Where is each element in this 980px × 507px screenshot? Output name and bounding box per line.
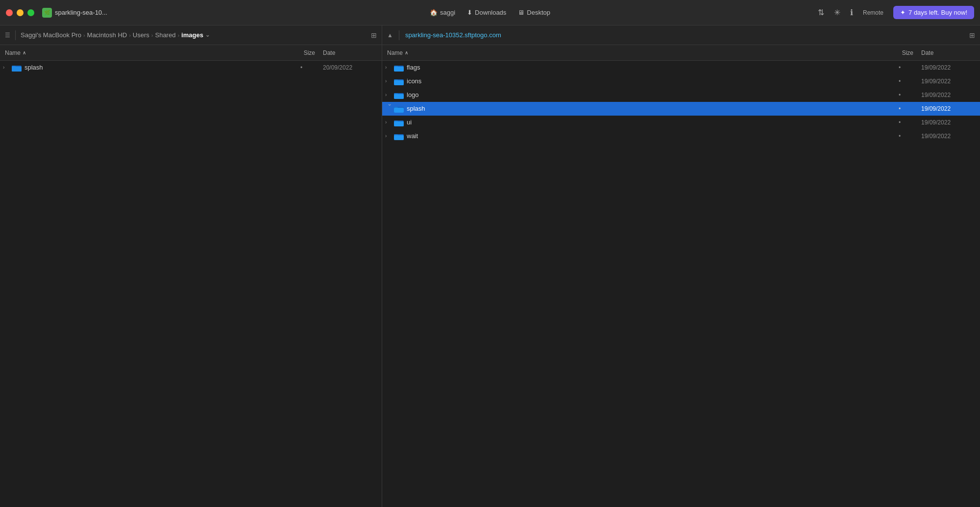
breadcrumb-sep-3: ›	[151, 32, 153, 38]
folder-icon	[12, 64, 22, 72]
expand-icon[interactable]: ›	[385, 92, 394, 97]
file-date: 19/09/2022	[921, 64, 980, 71]
local-file-list[interactable]: › splash • 20/09/2022	[0, 61, 382, 507]
remote-col-name-header[interactable]: Name ∧	[387, 49, 882, 56]
col-name-header[interactable]: Name ∧	[5, 49, 284, 56]
folder-icon	[394, 119, 404, 126]
titlebar: 🌿 sparkling-sea-10... 🏠 saggi ⬇ Download…	[0, 0, 980, 25]
sort-arrow-icon: ∧	[23, 50, 26, 55]
remote-file-list[interactable]: › flags•19/09/2022› icons•19/09/2022› lo…	[382, 61, 980, 507]
nav-saggi[interactable]: 🏠 saggi	[430, 9, 455, 16]
expand-icon[interactable]: ›	[387, 104, 392, 113]
titlebar-nav: 🏠 saggi ⬇ Downloads 🖥 Desktop	[430, 9, 550, 16]
table-row[interactable]: › ui•19/09/2022	[382, 116, 980, 129]
remote-col-size-header[interactable]: Size	[882, 49, 921, 56]
home-icon: 🏠	[430, 9, 438, 16]
minimize-button[interactable]	[17, 9, 24, 16]
breadcrumb-macbook[interactable]: Saggi's MacBook Pro	[21, 31, 81, 39]
remote-divider	[399, 30, 399, 40]
local-pane-header: ☰ Saggi's MacBook Pro › Macintosh HD › U…	[0, 25, 382, 45]
header-divider	[15, 30, 16, 40]
nav-downloads-label: Downloads	[475, 9, 506, 16]
file-name: ui	[407, 119, 882, 126]
expand-icon[interactable]: ›	[385, 120, 394, 125]
svg-rect-18	[394, 121, 404, 126]
svg-rect-6	[394, 67, 404, 72]
file-date: 19/09/2022	[921, 78, 980, 85]
table-row[interactable]: › logo•19/09/2022	[382, 88, 980, 102]
svg-rect-15	[394, 108, 404, 113]
traffic-lights	[6, 9, 34, 16]
remote-pane: ▲ sparkling-sea-10352.sftptogo.com ⊞ Nam…	[382, 25, 980, 507]
maximize-button[interactable]	[27, 9, 34, 16]
file-name: logo	[407, 91, 882, 98]
breadcrumb-shared[interactable]: Shared	[155, 31, 175, 39]
table-row[interactable]: › flags•19/09/2022	[382, 61, 980, 74]
breadcrumb-sep-4: ›	[177, 32, 179, 38]
local-pane: ☰ Saggi's MacBook Pro › Macintosh HD › U…	[0, 25, 382, 507]
desktop-icon: 🖥	[518, 9, 524, 16]
close-button[interactable]	[6, 9, 13, 16]
expand-icon[interactable]: ›	[385, 78, 394, 84]
expand-icon[interactable]: ›	[385, 65, 394, 70]
file-name: icons	[407, 77, 882, 85]
svg-rect-21	[394, 135, 404, 140]
local-col-headers: Name ∧ Size Date	[0, 45, 382, 61]
file-date: 19/09/2022	[921, 119, 980, 126]
file-size: •	[882, 64, 921, 71]
nav-saggi-label: saggi	[440, 9, 455, 16]
buy-button[interactable]: ✦ 7 days left. Buy now!	[893, 6, 974, 19]
svg-rect-12	[394, 94, 404, 99]
remote-pane-header: ▲ sparkling-sea-10352.sftptogo.com ⊞	[382, 25, 980, 45]
remote-host-label: sparkling-sea-10352.sftptogo.com	[405, 31, 501, 39]
table-row[interactable]: › icons•19/09/2022	[382, 74, 980, 88]
pane-toggle-icon[interactable]: ☰	[5, 32, 10, 39]
nav-desktop[interactable]: 🖥 Desktop	[518, 9, 550, 16]
sync-icon[interactable]: ⇅	[818, 8, 824, 17]
chevron-down-icon: ⌄	[205, 32, 210, 38]
svg-rect-3	[12, 67, 22, 72]
breadcrumb-macintosh[interactable]: Macintosh HD	[87, 31, 127, 39]
file-size: •	[882, 119, 921, 126]
breadcrumb-sep-1: ›	[83, 32, 85, 38]
table-row[interactable]: › wait•19/09/2022	[382, 129, 980, 143]
file-date: 20/09/2022	[323, 64, 382, 71]
remote-col-date-header[interactable]: Date	[921, 49, 980, 56]
info-icon[interactable]: ℹ	[850, 8, 853, 17]
file-size: •	[882, 78, 921, 85]
file-name: flags	[407, 64, 882, 71]
file-date: 19/09/2022	[921, 92, 980, 98]
col-date-header[interactable]: Date	[323, 49, 382, 56]
remote-pane-toggle-icon[interactable]: ▲	[387, 32, 393, 39]
app-icon: 🌿	[42, 8, 52, 18]
grid-view-icon[interactable]: ⊞	[371, 31, 377, 39]
star-icon: ✦	[900, 9, 906, 16]
file-date: 19/09/2022	[921, 133, 980, 140]
breadcrumb-sep-2: ›	[129, 32, 131, 38]
table-row[interactable]: › splash•19/09/2022	[382, 102, 980, 116]
settings-icon[interactable]: ✳	[834, 8, 840, 17]
folder-icon	[394, 77, 404, 85]
folder-icon	[394, 132, 404, 140]
file-size: •	[882, 105, 921, 112]
breadcrumb-users[interactable]: Users	[133, 31, 149, 39]
remote-grid-view-icon[interactable]: ⊞	[969, 31, 975, 39]
breadcrumb-current[interactable]: images ⌄	[181, 31, 210, 39]
file-name: splash	[407, 105, 882, 112]
app-title-label: sparkling-sea-10...	[55, 9, 107, 16]
expand-icon[interactable]: ›	[385, 133, 394, 139]
col-size-header[interactable]: Size	[284, 49, 323, 56]
svg-rect-9	[394, 80, 404, 85]
file-size: •	[284, 64, 323, 71]
file-size: •	[882, 133, 921, 140]
expand-icon[interactable]: ›	[3, 65, 12, 70]
remote-sort-arrow-icon: ∧	[405, 50, 408, 55]
nav-downloads[interactable]: ⬇ Downloads	[467, 9, 506, 16]
nav-desktop-label: Desktop	[527, 9, 550, 16]
folder-icon	[394, 64, 404, 72]
file-date: 19/09/2022	[921, 105, 980, 112]
file-name: wait	[407, 132, 882, 140]
folder-icon	[394, 105, 404, 113]
table-row[interactable]: › splash • 20/09/2022	[0, 61, 382, 74]
file-size: •	[882, 92, 921, 98]
